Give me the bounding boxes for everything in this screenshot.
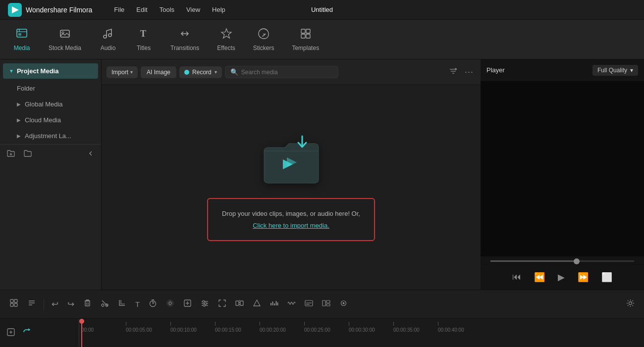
svg-rect-13 <box>306 29 310 33</box>
menu-help[interactable]: Help <box>206 4 231 15</box>
filter-sort-button[interactable] <box>447 65 460 80</box>
tab-audio[interactable]: Audio <box>90 24 126 55</box>
ruler-mark-3: 00:00:15:00 <box>215 322 260 333</box>
ruler-mark-4: 00:00:20:00 <box>260 322 304 333</box>
player-fullscreen-btn[interactable]: ⬜ <box>597 270 616 285</box>
project-media-label: Project Media <box>17 67 59 75</box>
sidebar-add-folder-btn[interactable] <box>5 148 17 162</box>
tab-titles[interactable]: T Titles <box>126 24 161 55</box>
scrubber-row[interactable] <box>481 256 644 264</box>
split-btn[interactable] <box>232 297 247 312</box>
stock-media-tab-icon <box>59 28 71 42</box>
transform-btn[interactable] <box>336 297 351 312</box>
svg-rect-15 <box>306 34 310 38</box>
trim-btn[interactable] <box>24 297 40 312</box>
timer-btn[interactable] <box>145 297 161 312</box>
undo-btn[interactable]: ↩ <box>48 297 62 311</box>
tab-media[interactable]: Media <box>4 24 40 55</box>
svg-line-78 <box>633 300 634 301</box>
svg-rect-54 <box>236 301 239 305</box>
equalizer-btn[interactable] <box>267 297 282 312</box>
ripple-btn[interactable] <box>162 297 178 312</box>
zoom-btn[interactable] <box>215 297 230 312</box>
sidebar-item-folder[interactable]: Folder <box>3 81 98 96</box>
tab-templates[interactable]: Templates <box>283 24 328 55</box>
menu-edit[interactable]: Edit <box>130 4 153 15</box>
record-chevron-icon: ▾ <box>215 69 217 75</box>
quality-label: Full Quality <box>597 67 627 74</box>
svg-rect-28 <box>14 303 17 306</box>
quality-dropdown[interactable]: Full Quality ▾ <box>592 65 638 76</box>
ruler-mark-7: 00:00:35:00 <box>393 322 438 333</box>
settings-btn[interactable] <box>623 297 638 312</box>
scene-btn[interactable] <box>319 297 334 312</box>
cut-btn[interactable] <box>97 297 112 312</box>
svg-line-77 <box>633 305 634 306</box>
stickers-tab-icon <box>258 28 269 42</box>
player-scrubber[interactable] <box>490 260 634 262</box>
sidebar-open-folder-btn[interactable] <box>22 148 34 162</box>
sidebar-collapse-btn[interactable] <box>85 148 96 161</box>
drop-zone[interactable]: Drop your video clips, images, or audio … <box>102 85 481 290</box>
bottom-toolbar: ↩ ↪ T <box>0 290 644 318</box>
crop-btn[interactable] <box>114 297 130 312</box>
timeline-ruler-marks: 00:00 00:00:05:00 00:00:10:00 00:00:15:0… <box>79 319 644 347</box>
more-options-icon: ··· <box>465 67 474 77</box>
freeze-btn[interactable] <box>180 297 195 312</box>
svg-rect-66 <box>322 300 325 306</box>
sidebar-item-global-media[interactable]: ▶ Global Media <box>3 97 98 112</box>
ruler-mark-2: 00:00:10:00 <box>170 322 215 333</box>
record-button[interactable]: Record ▾ <box>179 66 222 78</box>
more-options-button[interactable]: ··· <box>463 65 476 79</box>
toolbar-divider-1 <box>44 299 44 310</box>
tab-transitions[interactable]: Transitions <box>161 24 208 55</box>
player-step-back-btn[interactable]: ⏪ <box>530 270 549 285</box>
scrubber-thumb[interactable] <box>574 258 580 264</box>
timeline-loop-btn[interactable] <box>21 326 33 340</box>
window-title: Untitled <box>311 6 333 13</box>
svg-point-36 <box>102 304 104 306</box>
player-forward-btn[interactable]: ⏩ <box>574 270 592 285</box>
svg-point-53 <box>203 304 205 306</box>
adjust-btn[interactable] <box>197 297 213 312</box>
tab-effects[interactable]: Effects <box>208 24 244 55</box>
cloud-media-label: Cloud Media <box>25 116 61 124</box>
color-btn[interactable] <box>249 297 265 312</box>
svg-rect-6 <box>60 30 69 37</box>
audio-wave-btn[interactable] <box>284 297 299 312</box>
search-input[interactable] <box>241 69 333 76</box>
cloud-media-arrow: ▶ <box>17 117 21 123</box>
menu-tools[interactable]: Tools <box>154 4 180 15</box>
menu-file[interactable]: File <box>108 4 130 15</box>
sidebar-item-cloud-media[interactable]: ▶ Cloud Media <box>3 112 98 128</box>
player-prev-btn[interactable]: ⏮ <box>508 270 525 284</box>
delete-btn[interactable] <box>80 297 95 312</box>
titles-tab-icon: T <box>138 28 150 42</box>
sidebar-item-adjustment-layer[interactable]: ▶ Adjustment La... <box>3 128 98 144</box>
svg-point-43 <box>168 300 173 305</box>
timeline-add-track-btn[interactable] <box>5 326 17 340</box>
text-btn[interactable]: T <box>132 298 143 310</box>
import-link[interactable]: Click here to import media. <box>222 220 360 231</box>
playhead[interactable] <box>81 319 82 347</box>
redo-btn[interactable]: ↪ <box>64 297 78 311</box>
svg-rect-14 <box>301 34 305 38</box>
subtitle-btn[interactable] <box>301 297 317 312</box>
import-button[interactable]: Import ▾ <box>107 66 138 78</box>
ai-image-button[interactable]: AI Image <box>141 66 176 78</box>
timeline-ruler[interactable]: 00:00 00:00:05:00 00:00:10:00 00:00:15:0… <box>79 319 644 347</box>
tab-stock-media[interactable]: Stock Media <box>40 24 90 55</box>
player-play-btn[interactable]: ▶ <box>554 270 569 285</box>
project-media-header[interactable]: ▼ Project Media <box>3 63 98 79</box>
grid-view-btn[interactable] <box>6 297 22 312</box>
menu-view[interactable]: View <box>180 4 206 15</box>
tab-stickers[interactable]: Stickers <box>244 24 283 55</box>
quality-chevron-icon: ▾ <box>630 67 633 74</box>
record-dot-icon <box>184 70 189 75</box>
search-box[interactable]: 🔍 <box>225 66 338 78</box>
svg-point-8 <box>104 35 107 38</box>
svg-line-79 <box>628 305 629 306</box>
svg-rect-2 <box>17 29 27 37</box>
tab-audio-label: Audio <box>101 45 116 51</box>
adjustment-label: Adjustment La... <box>25 132 71 140</box>
